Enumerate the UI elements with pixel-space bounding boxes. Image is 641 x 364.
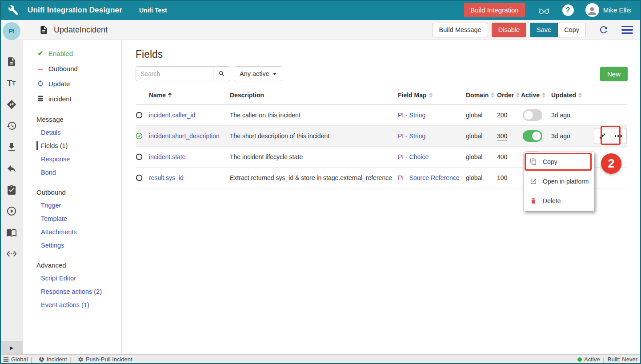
column-header-updated[interactable]: Updated	[551, 92, 585, 99]
active-filter-dropdown[interactable]: Any active	[234, 66, 282, 81]
column-header-order[interactable]: Order	[497, 92, 521, 99]
field-name-link[interactable]: incident.short_description	[149, 132, 230, 140]
search-icon	[218, 70, 225, 77]
field-updated: 3d ago	[551, 132, 585, 140]
search-button[interactable]	[213, 66, 230, 81]
page-title: UpdateIncident	[54, 25, 108, 35]
column-header-description[interactable]: Description	[230, 92, 398, 99]
check-icon: ✔	[36, 49, 44, 57]
active-toggle-off[interactable]	[523, 109, 542, 121]
new-button[interactable]: New	[600, 67, 628, 81]
table-row-highlighted: incident.short_description The short des…	[136, 126, 627, 147]
active-status-label: Active	[584, 356, 600, 363]
save-copy-button-group: Save Copy	[530, 23, 586, 37]
download-icon[interactable]	[0, 136, 23, 158]
wrench-logo-icon	[8, 5, 19, 16]
build-message-button[interactable]: Build Message	[433, 23, 488, 37]
context-menu-copy[interactable]: Copy	[524, 152, 594, 172]
history-icon[interactable]	[0, 115, 23, 136]
sidebar-expand-button[interactable]: ▶	[0, 341, 23, 354]
document-icon[interactable]	[0, 51, 23, 72]
built-status-label: Built: Never	[608, 356, 637, 363]
column-header-domain[interactable]: Domain	[466, 92, 497, 99]
sort-icon	[542, 92, 545, 98]
context-menu-delete[interactable]: Delete	[524, 191, 594, 211]
active-toggle-on[interactable]	[523, 130, 542, 142]
play-circle-icon[interactable]	[0, 200, 23, 222]
scope-process[interactable]: Push-Pull Incident	[78, 356, 132, 363]
context-menu-open-in-platform[interactable]: Open in platform	[524, 172, 594, 191]
nav-item-fields[interactable]: Fields (1)	[23, 139, 121, 152]
grid-icon	[3, 356, 9, 362]
nav-item-template[interactable]: Template	[23, 212, 121, 225]
nav-item-update[interactable]: Update	[23, 76, 121, 91]
scope-incident[interactable]: Incident	[39, 356, 67, 363]
refresh-icon[interactable]	[598, 24, 609, 35]
reply-icon[interactable]	[0, 158, 23, 179]
field-name-link[interactable]: incident.state	[149, 153, 230, 160]
state-circle-icon[interactable]	[136, 174, 149, 181]
field-order: 100	[497, 174, 521, 181]
environment-name: Unifi Test	[139, 7, 167, 14]
state-circle-icon[interactable]	[136, 112, 149, 119]
text-format-icon[interactable]: TT	[0, 72, 23, 94]
help-icon[interactable]: ?	[562, 4, 574, 16]
nav-item-script-editor[interactable]: Script Editor	[23, 272, 121, 285]
scope-global[interactable]: Global	[3, 356, 28, 363]
message-document-icon	[39, 25, 48, 35]
menu-icon[interactable]	[621, 26, 633, 34]
edit-button[interactable]	[594, 128, 610, 144]
active-status-dot-icon	[577, 357, 582, 362]
search-input[interactable]	[136, 66, 213, 81]
nav-item-details[interactable]: Details	[23, 126, 121, 139]
integration-avatar[interactable]: PI	[3, 22, 20, 40]
field-domain: global	[466, 174, 497, 181]
preview-glasses-icon[interactable]	[537, 4, 552, 16]
more-actions-button[interactable]	[610, 128, 627, 144]
column-header-field-map[interactable]: Field Map	[398, 92, 466, 99]
nav-item-response-actions[interactable]: Response actions (2)	[23, 285, 121, 298]
row-actions	[585, 128, 627, 144]
autorenew-icon	[36, 80, 44, 87]
document-header-bar: UpdateIncident Build Message Disable Sav…	[0, 20, 641, 40]
state-circle-icon[interactable]	[136, 153, 149, 160]
nav-item-outbound[interactable]: → Outbound	[23, 61, 121, 76]
nav-item-incident[interactable]: incident	[23, 91, 121, 106]
gear-icon	[78, 356, 84, 362]
column-header-active[interactable]: Active	[521, 92, 551, 99]
field-domain: global	[466, 153, 497, 160]
field-map-link[interactable]: PI - String	[398, 112, 466, 119]
copy-button[interactable]: Copy	[558, 23, 586, 37]
field-name-link[interactable]: incident.caller_id	[149, 112, 230, 119]
field-map-link[interactable]: PI - String	[398, 132, 466, 140]
save-button[interactable]: Save	[530, 23, 558, 37]
nav-item-bond[interactable]: Bond	[23, 166, 121, 179]
user-name: Mike Ellis	[603, 6, 631, 14]
nav-item-trigger[interactable]: Trigger	[23, 199, 121, 212]
code-icon[interactable]	[0, 243, 23, 264]
nav-item-settings[interactable]: Settings	[23, 239, 121, 252]
column-header-name[interactable]: Name	[149, 92, 230, 99]
nav-item-event-actions[interactable]: Event actions (1)	[23, 298, 121, 312]
build-integration-button[interactable]: Build Integration	[464, 3, 525, 17]
nav-item-response[interactable]: Response	[23, 152, 121, 166]
nav-item-enabled[interactable]: ✔ Enabled	[23, 46, 121, 61]
field-domain: global	[466, 132, 497, 140]
open-in-platform-label: Open in platform	[543, 178, 589, 185]
field-map-link[interactable]: PI - Choice	[398, 153, 466, 160]
nav-section-advanced: Advanced	[23, 258, 121, 272]
directions-icon[interactable]	[0, 94, 23, 115]
table-row: incident.caller_id The caller on this in…	[136, 105, 627, 126]
disable-button[interactable]: Disable	[492, 23, 526, 37]
field-map-link[interactable]: PI - Source Reference	[398, 174, 466, 181]
nav-item-attachments[interactable]: Attachments	[23, 225, 121, 239]
separator: |	[603, 356, 604, 363]
field-name-link[interactable]: result.sys_id	[149, 174, 230, 181]
separator: |	[70, 356, 72, 363]
pencil-icon	[599, 132, 606, 140]
documentation-book-icon[interactable]	[0, 222, 23, 243]
tasks-clipboard-icon[interactable]	[0, 179, 23, 200]
table-controls: Any active New	[136, 66, 628, 81]
user-menu[interactable]: Mike Ellis	[585, 3, 631, 17]
state-check-circle-icon[interactable]	[136, 132, 149, 140]
